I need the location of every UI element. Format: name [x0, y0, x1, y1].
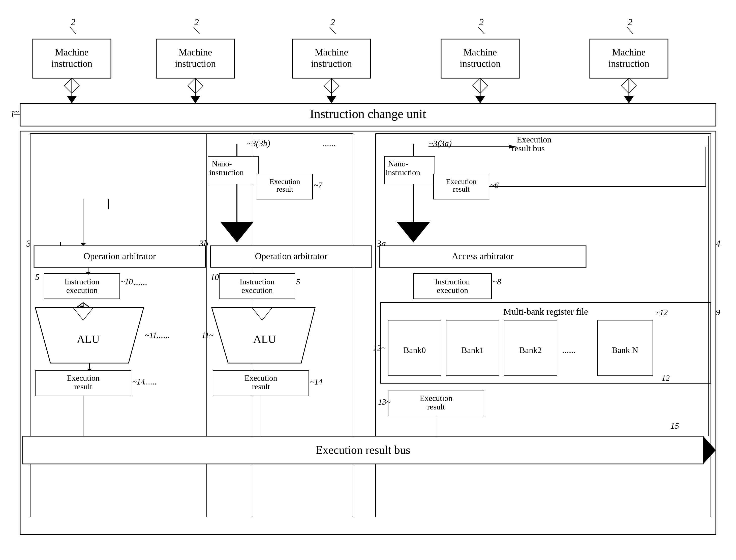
svg-text:~7: ~7: [314, 181, 323, 190]
svg-text:Machine: Machine: [612, 47, 646, 57]
svg-text:......: ......: [562, 345, 576, 355]
svg-text:Instruction: Instruction: [65, 277, 100, 286]
svg-line-24: [627, 27, 633, 34]
svg-text:~14: ~14: [310, 377, 323, 386]
svg-text:5: 5: [296, 277, 300, 286]
svg-text:~14: ~14: [132, 377, 145, 386]
svg-text:Machine: Machine: [463, 47, 497, 57]
svg-line-14: [330, 27, 336, 34]
svg-text:......: ......: [323, 139, 336, 148]
svg-text:Multi-bank register file: Multi-bank register file: [503, 307, 588, 317]
svg-text:result: result: [453, 185, 470, 193]
svg-text:execution: execution: [437, 286, 468, 295]
svg-marker-36: [475, 96, 485, 103]
svg-text:2: 2: [194, 17, 199, 27]
svg-text:Nano-: Nano-: [212, 159, 232, 168]
svg-text:Execution: Execution: [420, 394, 452, 403]
svg-line-19: [478, 27, 484, 34]
svg-text:2: 2: [71, 17, 75, 27]
svg-text:Execution: Execution: [270, 177, 300, 186]
svg-text:result: result: [74, 382, 92, 391]
svg-text:5: 5: [35, 272, 40, 282]
svg-text:11~: 11~: [202, 331, 214, 340]
svg-text:Bank2: Bank2: [519, 345, 542, 355]
svg-text:execution: execution: [66, 286, 98, 295]
svg-text:Instruction change unit: Instruction change unit: [310, 107, 426, 121]
svg-text:Instruction: Instruction: [240, 277, 275, 286]
svg-marker-27: [67, 96, 77, 103]
svg-text:......: ......: [134, 277, 147, 287]
svg-text:2: 2: [479, 17, 484, 27]
svg-text:4: 4: [716, 239, 720, 249]
svg-text:ALU: ALU: [77, 333, 100, 345]
svg-text:Operation arbitrator: Operation arbitrator: [255, 251, 328, 261]
svg-text:Access arbitrator: Access arbitrator: [452, 251, 514, 261]
svg-text:result: result: [277, 185, 294, 193]
svg-text:2: 2: [331, 17, 335, 27]
svg-text:result: result: [427, 402, 445, 411]
svg-text:2: 2: [628, 17, 632, 27]
svg-text:~6: ~6: [490, 181, 498, 190]
svg-text:instruction: instruction: [311, 58, 352, 69]
svg-text:Bank0: Bank0: [403, 345, 426, 355]
svg-text:instruction: instruction: [385, 168, 420, 177]
svg-text:12~: 12~: [373, 343, 385, 352]
svg-text:......: ......: [156, 330, 170, 340]
svg-text:Machine: Machine: [179, 47, 212, 57]
svg-text:result: result: [252, 382, 270, 391]
svg-text:13~: 13~: [378, 397, 390, 406]
svg-marker-30: [190, 96, 200, 103]
svg-text:result bus: result bus: [512, 144, 545, 153]
svg-text:~8: ~8: [493, 277, 501, 286]
svg-text:12: 12: [662, 373, 670, 382]
svg-text:instruction: instruction: [175, 58, 216, 69]
svg-text:Bank N: Bank N: [612, 345, 638, 355]
svg-text:15: 15: [670, 421, 679, 430]
svg-text:Nano-: Nano-: [388, 159, 408, 168]
svg-text:~10: ~10: [121, 277, 133, 286]
svg-line-9: [194, 27, 200, 34]
svg-text:Instruction: Instruction: [435, 277, 470, 286]
svg-text:Execution: Execution: [245, 373, 277, 382]
svg-marker-39: [624, 96, 634, 103]
svg-text:Execution: Execution: [517, 135, 551, 144]
svg-text:~12: ~12: [655, 308, 668, 317]
svg-text:instruction: instruction: [51, 58, 93, 69]
svg-text:instruction: instruction: [209, 168, 244, 177]
svg-text:Bank1: Bank1: [461, 345, 484, 355]
svg-text:Execution result bus: Execution result bus: [316, 444, 410, 456]
svg-text:Machine: Machine: [55, 47, 89, 57]
svg-text:Execution: Execution: [446, 177, 477, 186]
svg-line-4: [70, 27, 76, 34]
svg-text:Operation arbitrator: Operation arbitrator: [84, 251, 156, 261]
svg-text:instruction: instruction: [608, 58, 650, 69]
svg-text:execution: execution: [242, 286, 273, 295]
svg-text:Execution: Execution: [67, 373, 100, 382]
svg-text:9: 9: [716, 308, 720, 317]
svg-text:ALU: ALU: [253, 333, 276, 345]
svg-text:~11: ~11: [145, 331, 157, 340]
svg-text:......: ......: [144, 377, 157, 386]
svg-text:Machine: Machine: [315, 47, 348, 57]
svg-text:~3(3b): ~3(3b): [247, 139, 270, 148]
svg-text:~: ~: [14, 106, 19, 117]
svg-marker-33: [327, 96, 337, 103]
svg-text:instruction: instruction: [460, 58, 501, 69]
